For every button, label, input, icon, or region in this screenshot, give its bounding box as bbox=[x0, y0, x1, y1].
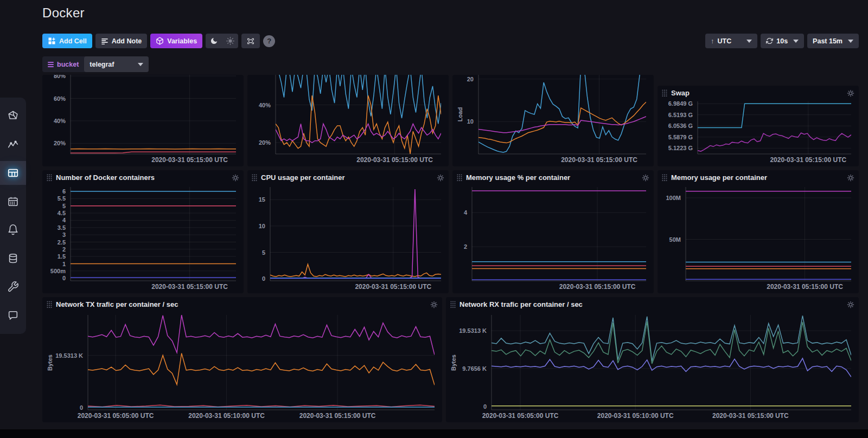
dashboard-grid: 20%40%60%80%2020-03-31 05:15:00 UTC 20%4… bbox=[42, 75, 859, 426]
cell-title: Memory usage % per container bbox=[466, 173, 570, 182]
gear-icon[interactable] bbox=[232, 174, 239, 182]
cell-usage-percent: 20%40%60%80%2020-03-31 05:15:00 UTC bbox=[42, 75, 244, 166]
variables-cube-icon bbox=[156, 37, 164, 45]
variable-label[interactable]: bucket bbox=[42, 61, 84, 68]
presentation-mode-button[interactable] bbox=[241, 34, 260, 48]
dashboard-row-3: Network TX trafic per container / sec 01… bbox=[42, 297, 859, 422]
cell-title: Network RX trafic per container / sec bbox=[459, 300, 583, 308]
dashboard-toolbar: Add Cell Add Note Variables ? bbox=[42, 34, 275, 48]
refresh-icon bbox=[766, 37, 773, 44]
chart-cpu-per-container[interactable]: 0510152020-03-31 05:15:00 UTC bbox=[251, 183, 445, 292]
cell-net-tx: Network TX trafic per container / sec 01… bbox=[42, 297, 442, 422]
gear-icon[interactable] bbox=[847, 174, 854, 182]
drag-handle-icon[interactable] bbox=[47, 301, 52, 308]
gear-icon[interactable] bbox=[437, 174, 444, 182]
chart-net-tx[interactable]: 019.5313 K2020-03-31 05:05:00 UTC2020-03… bbox=[46, 310, 439, 421]
cell-swap: Swap 5.1223 G5.5879 G6.0536 G6.5193 G6.9… bbox=[658, 86, 859, 166]
drag-handle-icon[interactable] bbox=[450, 301, 456, 308]
drag-handle-icon bbox=[48, 62, 54, 67]
drag-handle-icon[interactable] bbox=[662, 89, 667, 96]
dark-mode-moon-icon[interactable] bbox=[206, 34, 222, 48]
cell-header: Network TX trafic per container / sec bbox=[46, 297, 439, 310]
chart-usage-percent[interactable]: 20%40%60%80%2020-03-31 05:15:00 UTC bbox=[46, 75, 240, 165]
drag-handle-icon[interactable] bbox=[47, 174, 52, 181]
gear-icon[interactable] bbox=[430, 301, 438, 308]
cell-title: Swap bbox=[671, 89, 690, 97]
cell-title: CPU usage per container bbox=[261, 173, 345, 182]
window-bottom-edge bbox=[0, 429, 868, 438]
bell-icon bbox=[7, 224, 19, 236]
sidebar-item-load-data[interactable] bbox=[0, 247, 26, 270]
timezone-icon: ↑ bbox=[711, 37, 714, 45]
cell-mem-per-container: Memory usage per container 50M100M2020-0… bbox=[658, 170, 859, 293]
variables-bar: bucket telegraf bbox=[42, 56, 149, 72]
cell-cpu-percent: 20%40%2020-03-31 05:15:00 UTC bbox=[247, 75, 449, 166]
time-range-dropdown[interactable]: Past 15m bbox=[807, 34, 859, 48]
add-cell-icon bbox=[48, 37, 56, 45]
cell-containers: Number of Docker containers 0500m11.522.… bbox=[42, 170, 244, 293]
gear-icon[interactable] bbox=[847, 89, 854, 97]
add-cell-button[interactable]: Add Cell bbox=[42, 34, 92, 48]
variable-value-dropdown[interactable]: telegraf bbox=[84, 56, 149, 72]
theme-toggle bbox=[206, 34, 238, 48]
nav-sidebar bbox=[0, 98, 26, 334]
cell-header: Memory usage per container bbox=[661, 170, 856, 183]
help-button[interactable]: ? bbox=[263, 35, 275, 47]
sidebar-item-alerts[interactable] bbox=[0, 218, 26, 242]
cell-title: Network TX trafic per container / sec bbox=[56, 300, 178, 308]
database-icon bbox=[7, 253, 19, 265]
gear-icon[interactable] bbox=[847, 301, 854, 308]
refresh-interval-dropdown[interactable]: 10s bbox=[761, 34, 804, 48]
dashboards-icon bbox=[7, 167, 19, 179]
chart-load[interactable]: 10202020-03-31 05:15:00 UTCLoad bbox=[456, 75, 650, 165]
sidebar-item-tasks[interactable] bbox=[0, 190, 26, 214]
timezone-dropdown[interactable]: ↑ UTC bbox=[705, 34, 757, 48]
dashboard-row-2: Number of Docker containers 0500m11.522.… bbox=[42, 170, 859, 293]
chevron-down-icon bbox=[848, 40, 853, 43]
gear-icon[interactable] bbox=[642, 174, 649, 182]
chart-net-rx[interactable]: 09.7656 K19.5313 K2020-03-31 05:05:00 UT… bbox=[449, 310, 856, 421]
sidebar-item-feedback[interactable] bbox=[0, 304, 26, 327]
chart-containers[interactable]: 0500m11.522.533.544.555.562020-03-31 05:… bbox=[46, 183, 240, 292]
dashboard-row-1: 20%40%60%80%2020-03-31 05:15:00 UTC 20%4… bbox=[42, 75, 859, 166]
variables-button[interactable]: Variables bbox=[150, 34, 202, 48]
cell-net-rx: Network RX trafic per container / sec 09… bbox=[446, 297, 859, 422]
calendar-icon bbox=[7, 196, 19, 208]
chart-swap[interactable]: 5.1223 G5.5879 G6.0536 G6.5193 G6.9849 G… bbox=[661, 98, 856, 165]
cell-mem-pct-per-container: Memory usage % per container 242020-03-3… bbox=[452, 170, 654, 293]
cell-header: Number of Docker containers bbox=[46, 170, 240, 183]
cell-title: Number of Docker containers bbox=[56, 173, 155, 182]
wrench-icon bbox=[7, 281, 19, 293]
add-note-icon bbox=[101, 37, 108, 45]
drag-handle-icon[interactable] bbox=[252, 174, 257, 181]
cell-cpu-per-container: CPU usage per container 0510152020-03-31… bbox=[247, 170, 449, 293]
add-note-button[interactable]: Add Note bbox=[95, 34, 148, 48]
sidebar-item-data-explorer[interactable] bbox=[0, 133, 26, 157]
cell-header: Swap bbox=[661, 86, 856, 98]
chevron-down-icon bbox=[138, 63, 143, 66]
cell-header: CPU usage per container bbox=[251, 170, 445, 183]
chart-mem-per-container[interactable]: 50M100M2020-03-31 05:15:00 UTC bbox=[661, 183, 856, 292]
sidebar-item-influxdb-logo[interactable] bbox=[0, 104, 26, 128]
page-title: Docker bbox=[42, 5, 85, 21]
presentation-mode-icon bbox=[247, 37, 254, 45]
chevron-down-icon bbox=[793, 40, 799, 43]
cell-title: Memory usage per container bbox=[671, 173, 767, 182]
cell-load: 10202020-03-31 05:15:00 UTCLoad bbox=[452, 75, 654, 166]
variable-chip-bucket: bucket telegraf bbox=[42, 56, 149, 72]
data-explorer-icon bbox=[7, 139, 19, 151]
sidebar-item-settings[interactable] bbox=[0, 275, 26, 299]
influxdb-logo-icon bbox=[7, 110, 19, 122]
light-mode-sun-icon[interactable] bbox=[222, 34, 238, 48]
sidebar-item-dashboards[interactable] bbox=[0, 161, 26, 185]
drag-handle-icon[interactable] bbox=[662, 174, 667, 181]
cell-header: Memory usage % per container bbox=[456, 170, 650, 183]
chevron-down-icon bbox=[746, 40, 752, 43]
time-controls: ↑ UTC 10s Past 15m bbox=[705, 34, 859, 48]
chat-bubble-icon bbox=[7, 310, 19, 321]
chart-cpu-percent[interactable]: 20%40%2020-03-31 05:15:00 UTC bbox=[251, 75, 445, 165]
cell-header: Network RX trafic per container / sec bbox=[449, 297, 856, 310]
drag-handle-icon[interactable] bbox=[457, 174, 462, 181]
chart-mem-pct-per-container[interactable]: 242020-03-31 05:15:00 UTC bbox=[456, 183, 650, 292]
